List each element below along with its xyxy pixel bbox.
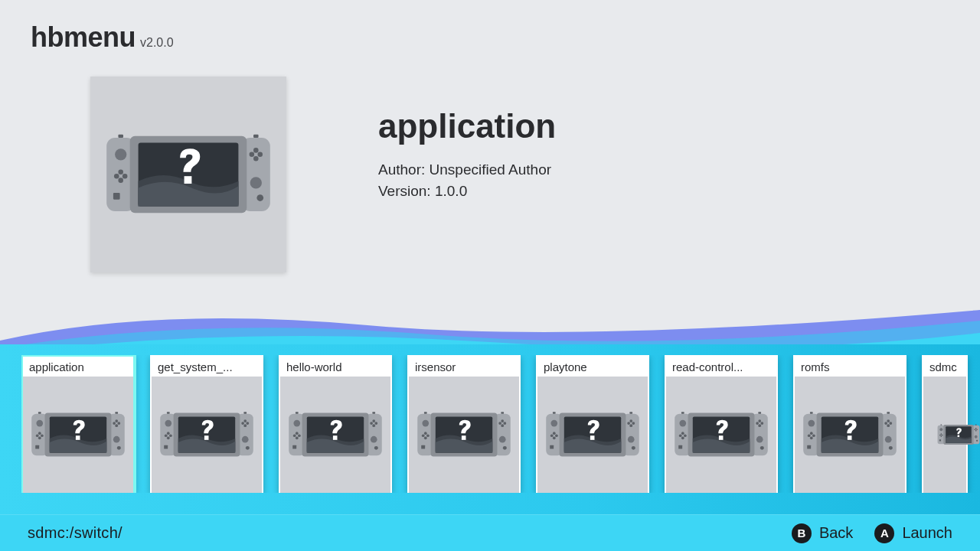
app-card-icon bbox=[23, 377, 133, 493]
app-card-label-bar: application bbox=[23, 357, 133, 377]
app-card-label-bar: hello-world bbox=[280, 357, 390, 377]
app-card-icon bbox=[795, 377, 905, 493]
app-card-label: read-control... bbox=[672, 360, 770, 373]
detail-app-name: application bbox=[378, 107, 556, 145]
footer-path: sdmc:/switch/ bbox=[28, 524, 122, 542]
detail-version-line: Version: 1.0.0 bbox=[378, 181, 556, 202]
back-button[interactable]: B Back bbox=[792, 523, 853, 543]
app-card-icon bbox=[537, 377, 648, 493]
detail-icon bbox=[90, 77, 286, 272]
app-card[interactable]: read-control... bbox=[665, 355, 778, 493]
footer-bar: sdmc:/switch/ B Back A Launch bbox=[0, 514, 980, 551]
detail-author-value: Unspecified Author bbox=[430, 161, 552, 178]
footer-buttons: B Back A Launch bbox=[792, 523, 952, 543]
app-card-label: get_system_... bbox=[158, 360, 256, 373]
app-card-label-bar: playtone bbox=[537, 357, 648, 377]
app-card-icon bbox=[666, 377, 776, 493]
detail-version-label: Version: bbox=[378, 183, 431, 199]
app-card-icon bbox=[152, 377, 262, 493]
app-card-icon bbox=[409, 377, 519, 493]
app-card[interactable]: hello-world bbox=[279, 355, 392, 493]
app-card-label: hello-world bbox=[286, 360, 384, 373]
app-card[interactable]: irsensor bbox=[407, 355, 521, 493]
app-card-label: irsensor bbox=[415, 360, 513, 373]
app-card-label-bar: read-control... bbox=[666, 357, 776, 377]
detail-text: application Author: Unspecified Author V… bbox=[378, 77, 556, 272]
header: hbmenu v2.0.0 bbox=[31, 21, 174, 54]
detail-panel: application Author: Unspecified Author V… bbox=[90, 77, 556, 272]
a-button-icon: A bbox=[874, 523, 894, 543]
app-card-label: application bbox=[29, 360, 127, 373]
detail-author-line: Author: Unspecified Author bbox=[378, 159, 556, 181]
app-card[interactable]: get_system_... bbox=[150, 355, 263, 493]
app-card[interactable]: sdmc bbox=[922, 355, 968, 493]
app-card-label-bar: romfs bbox=[795, 357, 905, 377]
app-version: v2.0.0 bbox=[140, 36, 174, 50]
app-card-label-bar: irsensor bbox=[409, 357, 519, 377]
launch-button[interactable]: A Launch bbox=[874, 523, 952, 543]
app-card-icon bbox=[923, 377, 966, 493]
app-carousel[interactable]: applicationget_system_...hello-worldirse… bbox=[21, 355, 980, 493]
app-card-icon bbox=[280, 377, 390, 493]
app-card-label-bar: get_system_... bbox=[152, 357, 262, 377]
launch-label: Launch bbox=[902, 524, 952, 542]
b-button-icon: B bbox=[792, 523, 812, 543]
app-card[interactable]: playtone bbox=[536, 355, 649, 493]
app-card-label-bar: sdmc bbox=[923, 357, 966, 377]
app-card-label: sdmc bbox=[929, 360, 960, 373]
app-card-label: romfs bbox=[801, 360, 899, 373]
app-card[interactable]: application bbox=[21, 355, 135, 493]
app-card-label: playtone bbox=[544, 360, 642, 373]
app-card[interactable]: romfs bbox=[793, 355, 906, 493]
detail-version-value: 1.0.0 bbox=[435, 183, 467, 199]
detail-author-label: Author: bbox=[378, 161, 425, 178]
app-title: hbmenu bbox=[31, 21, 136, 54]
back-label: Back bbox=[819, 524, 853, 542]
